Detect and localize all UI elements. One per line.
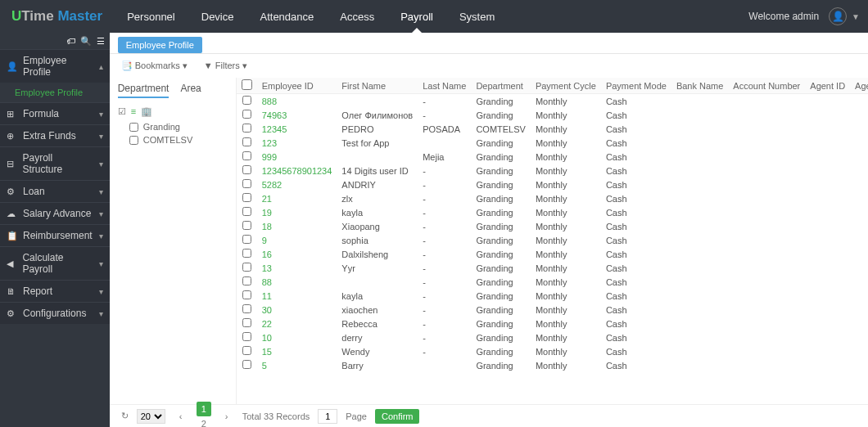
row-select[interactable]	[237, 164, 257, 178]
row-checkbox[interactable]	[242, 263, 251, 272]
filters-button[interactable]: ▼ Filters ▾	[204, 61, 247, 71]
table-row[interactable]: 13Yyr-GrandingMonthlyCash✎	[237, 261, 868, 275]
table-row[interactable]: 999MejiaGrandingMonthlyCash✎	[237, 150, 868, 164]
tab-employee-profile[interactable]: Employee Profile	[118, 37, 202, 53]
row-select[interactable]	[237, 122, 257, 136]
row-checkbox[interactable]	[242, 151, 251, 160]
employee-id-link[interactable]: 74963	[257, 108, 337, 122]
employee-id-link[interactable]: 16	[257, 247, 337, 261]
row-checkbox[interactable]	[242, 207, 251, 216]
table-row[interactable]: 11kayla-GrandingMonthlyCash✎	[237, 289, 868, 303]
page-number[interactable]: 1	[197, 402, 211, 416]
row-checkbox[interactable]	[242, 290, 251, 299]
employee-id-link[interactable]: 88	[257, 275, 337, 289]
column-header[interactable]: Last Name	[418, 78, 471, 94]
row-checkbox[interactable]	[242, 221, 251, 230]
tree-checkbox[interactable]	[129, 123, 138, 132]
column-header[interactable]: Payment Mode	[601, 78, 671, 94]
column-header[interactable]: Bank Name	[671, 78, 728, 94]
row-select[interactable]	[237, 178, 257, 191]
nav-attendance[interactable]: Attendance	[247, 0, 328, 33]
tree-item[interactable]: Granding	[118, 120, 236, 133]
employee-id-link[interactable]: 888	[257, 94, 337, 109]
table-row[interactable]: 15Wendy-GrandingMonthlyCash✎	[237, 344, 868, 358]
table-row[interactable]: 19kayla-GrandingMonthlyCash✎	[237, 205, 868, 219]
row-select[interactable]	[237, 317, 257, 330]
employee-id-link[interactable]: 13	[257, 261, 337, 275]
column-header[interactable]: Agent Account	[850, 78, 868, 94]
tree-list-icon[interactable]: ≡	[131, 106, 136, 117]
row-select[interactable]	[237, 289, 257, 303]
table-row[interactable]: 9sophia-GrandingMonthlyCash✎	[237, 233, 868, 247]
employee-id-link[interactable]: 30	[257, 303, 337, 317]
tree-checkbox[interactable]	[129, 136, 138, 145]
table-row[interactable]: 21zlx-GrandingMonthlyCash✎	[237, 191, 868, 205]
row-select[interactable]	[237, 358, 257, 372]
row-checkbox[interactable]	[242, 165, 251, 174]
nav-system[interactable]: System	[446, 0, 508, 33]
table-row[interactable]: 88-GrandingMonthlyCash✎	[237, 275, 868, 289]
tree-org-icon[interactable]: 🏢	[141, 106, 152, 117]
row-select[interactable]	[237, 150, 257, 164]
row-select[interactable]	[237, 191, 257, 205]
nav-access[interactable]: Access	[327, 0, 387, 33]
table-row[interactable]: 30xiaochen-GrandingMonthlyCash✎	[237, 303, 868, 317]
employee-id-link[interactable]: 11	[257, 289, 337, 303]
table-row[interactable]: 888-GrandingMonthlyCash✎	[237, 94, 868, 109]
employee-id-link[interactable]: 5282	[257, 178, 337, 191]
row-select[interactable]	[237, 275, 257, 289]
employee-id-link[interactable]: 123	[257, 136, 337, 150]
sidebar-item-salary-advance[interactable]: ☁Salary Advance▾	[0, 202, 110, 224]
row-checkbox[interactable]	[242, 346, 251, 355]
column-header[interactable]: Department	[471, 78, 531, 94]
sidebar-tool-icon[interactable]: 🏷	[66, 36, 75, 46]
sidebar-item-extra-funds[interactable]: ⊕Extra Funds▾	[0, 124, 110, 146]
row-checkbox[interactable]	[242, 110, 251, 119]
column-header[interactable]: Payment Cycle	[531, 78, 601, 94]
row-checkbox[interactable]	[242, 318, 251, 327]
row-select[interactable]	[237, 233, 257, 247]
sidebar-tool-icon[interactable]: ☰	[97, 36, 105, 47]
row-checkbox[interactable]	[242, 360, 251, 369]
sidebar-item-payroll-structure[interactable]: ⊟Payroll Structure▾	[0, 146, 110, 180]
page-size-select[interactable]: 20	[137, 409, 165, 424]
confirm-button[interactable]: Confirm	[375, 409, 420, 424]
table-row[interactable]: 123Test for AppGrandingMonthlyCash✎	[237, 136, 868, 150]
sidebar-item-employee-profile[interactable]: 👤Employee Profile▴	[0, 49, 110, 83]
table-row[interactable]: 12345PEDROPOSADACOMTELSVMonthlyCash✎	[237, 122, 868, 136]
tree-item[interactable]: COMTELSV	[118, 133, 236, 146]
row-select[interactable]	[237, 94, 257, 109]
sidebar-item-formula[interactable]: ⊞Formula▾	[0, 102, 110, 124]
bookmarks-button[interactable]: 📑 Bookmarks ▾	[121, 61, 188, 71]
employee-id-link[interactable]: 9	[257, 233, 337, 247]
column-header[interactable]: Agent ID	[805, 78, 850, 94]
prev-page-icon[interactable]: ‹	[174, 409, 188, 424]
row-select[interactable]	[237, 261, 257, 275]
column-header[interactable]: Account Number	[728, 78, 805, 94]
sidebar-item-reimbursement[interactable]: 📋Reimbursement▾	[0, 224, 110, 246]
sidebar-item-report[interactable]: 🗎Report▾	[0, 280, 110, 302]
employee-id-link[interactable]: 10	[257, 330, 337, 344]
table-row[interactable]: 18Xiaopang-GrandingMonthlyCash✎	[237, 219, 868, 233]
employee-id-link[interactable]: 22	[257, 317, 337, 330]
table-row[interactable]: 16Dalxilsheng-GrandingMonthlyCash✎	[237, 247, 868, 261]
row-select[interactable]	[237, 136, 257, 150]
user-avatar-icon[interactable]: 👤	[829, 7, 847, 25]
row-checkbox[interactable]	[242, 235, 251, 244]
nav-personnel[interactable]: Personnel	[114, 0, 188, 33]
row-checkbox[interactable]	[242, 304, 251, 313]
table-row[interactable]: 5282ANDRIY-GrandingMonthlyCash✎	[237, 178, 868, 191]
nav-payroll[interactable]: Payroll	[387, 0, 446, 33]
row-checkbox[interactable]	[242, 276, 251, 285]
row-select[interactable]	[237, 205, 257, 219]
dept-tab-area[interactable]: Area	[180, 83, 201, 98]
nav-device[interactable]: Device	[188, 0, 247, 33]
user-menu-caret-icon[interactable]: ▼	[852, 12, 860, 21]
sidebar-item-loan[interactable]: ⚙Loan▾	[0, 180, 110, 202]
row-checkbox[interactable]	[242, 179, 251, 188]
employee-id-link[interactable]: 999	[257, 150, 337, 164]
row-checkbox[interactable]	[242, 124, 251, 133]
row-checkbox[interactable]	[242, 96, 251, 105]
row-select[interactable]	[237, 330, 257, 344]
page-number[interactable]: 2	[197, 416, 211, 428]
